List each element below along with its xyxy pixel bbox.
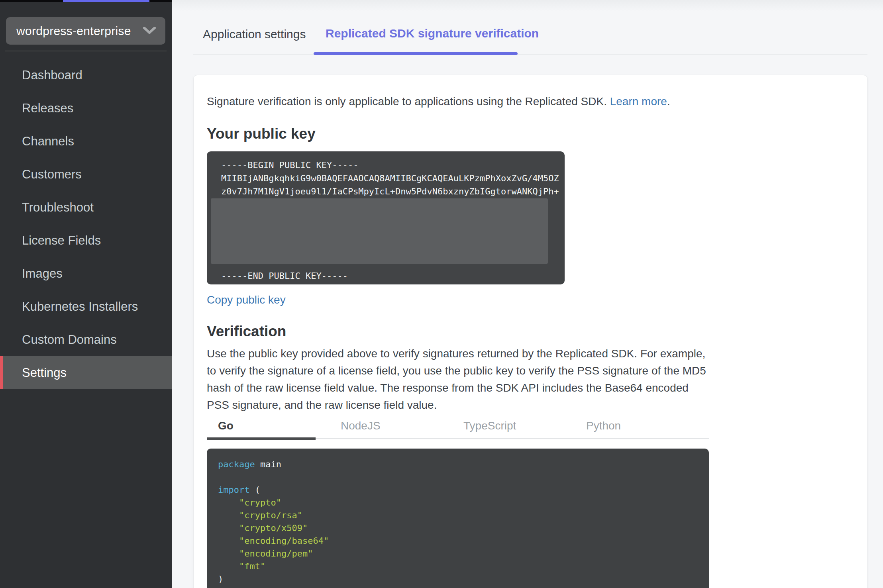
code-token-str: "encoding/pem" — [218, 549, 313, 559]
sidebar-item-troubleshoot[interactable]: Troubleshoot — [0, 191, 172, 224]
sidebar: wordpress-enterprise DashboardReleasesCh… — [0, 0, 172, 588]
code-token-str: "crypto/x509" — [218, 523, 308, 533]
code-line: "encoding/pem" — [218, 547, 698, 560]
public-key-line: z0v7Jh7M1NgV1joeu9l1/IaCPsMpyIcL+Dnw5Pdv… — [221, 185, 565, 198]
app-selector-label: wordpress-enterprise — [16, 24, 131, 38]
code-line: package main — [218, 458, 698, 471]
sidebar-item-kubernetes-installers[interactable]: Kubernetes Installers — [0, 290, 172, 323]
code-token-pl: main — [255, 459, 281, 469]
public-key-redaction — [211, 198, 548, 264]
public-key-heading: Your public key — [207, 126, 854, 142]
chevron-down-icon — [143, 27, 156, 35]
learn-more-link[interactable]: Learn more — [610, 95, 667, 108]
code-line: "fmt" — [218, 560, 698, 573]
code-line: "crypto/rsa" — [218, 509, 698, 522]
public-key-end-line: -----END PUBLIC KEY----- — [221, 269, 348, 282]
code-line — [218, 471, 698, 484]
intro-sentence: Signature verification is only applicabl… — [207, 95, 607, 108]
code-line: ) — [218, 573, 698, 586]
code-token-str: "encoding/base64" — [218, 536, 329, 546]
public-key-line: -----BEGIN PUBLIC KEY----- — [221, 159, 565, 172]
sidebar-item-customers[interactable]: Customers — [0, 158, 172, 191]
code-line: "encoding/base64" — [218, 535, 698, 547]
tabs-baseline — [193, 54, 867, 55]
code-token-str: "crypto" — [218, 498, 281, 508]
tab-replicated-sdk-signature-verification[interactable]: Replicated SDK signature verification — [326, 27, 539, 40]
code-token-pl: ( — [249, 485, 260, 495]
sidebar-item-dashboard[interactable]: Dashboard — [0, 59, 172, 92]
code-block: package mainimport ( "crypto" "crypto/rs… — [207, 449, 709, 588]
verification-heading: Verification — [207, 323, 854, 339]
code-line: "crypto" — [218, 496, 698, 509]
code-line: "crypto/x509" — [218, 522, 698, 535]
language-tab-python[interactable]: Python — [586, 419, 709, 438]
content-card: Signature verification is only applicabl… — [193, 75, 867, 588]
copy-public-key-link[interactable]: Copy public key — [207, 292, 286, 308]
screen: wordpress-enterprise DashboardReleasesCh… — [0, 0, 883, 588]
tab-application-settings[interactable]: Application settings — [203, 27, 306, 41]
main-area: Application settings Replicated SDK sign… — [172, 0, 883, 588]
verification-description: Use the public key provided above to ver… — [207, 345, 708, 414]
code-line: import ( — [218, 484, 698, 496]
topnav-active-indicator — [63, 0, 149, 2]
sidebar-nav: DashboardReleasesChannelsCustomersTroubl… — [0, 59, 172, 389]
app-selector[interactable]: wordpress-enterprise — [6, 17, 165, 45]
sidebar-item-settings[interactable]: Settings — [0, 356, 172, 389]
topnav-remnant — [0, 0, 172, 2]
sidebar-divider — [5, 51, 167, 51]
code-token-str: "crypto/rsa" — [218, 510, 302, 520]
language-tab-go[interactable]: Go — [207, 419, 341, 438]
intro-text: Signature verification is only applicabl… — [207, 94, 854, 109]
sidebar-item-channels[interactable]: Channels — [0, 125, 172, 158]
intro-period: . — [667, 95, 670, 108]
code-token-pl: ) — [218, 574, 223, 584]
language-tab-nodejs[interactable]: NodeJS — [341, 419, 463, 438]
language-tabs: GoNodeJSTypeScriptPython — [207, 419, 709, 439]
sidebar-item-custom-domains[interactable]: Custom Domains — [0, 323, 172, 356]
sidebar-item-license-fields[interactable]: License Fields — [0, 224, 172, 257]
sidebar-item-releases[interactable]: Releases — [0, 92, 172, 125]
code-token-kw: package — [218, 459, 255, 469]
code-token-str: "fmt" — [218, 561, 265, 571]
public-key-lines: -----BEGIN PUBLIC KEY-----MIIBIjANBgkqhk… — [221, 159, 565, 198]
public-key-block: -----BEGIN PUBLIC KEY-----MIIBIjANBgkqhk… — [207, 151, 565, 284]
sidebar-item-images[interactable]: Images — [0, 257, 172, 290]
public-key-line: MIIBIjANBgkqhkiG9w0BAQEFAAOCAQ8AMIIBCgKC… — [221, 172, 565, 185]
language-tab-typescript[interactable]: TypeScript — [463, 419, 586, 438]
code-token-kw: import — [218, 485, 249, 495]
active-tab-underline — [314, 52, 518, 55]
